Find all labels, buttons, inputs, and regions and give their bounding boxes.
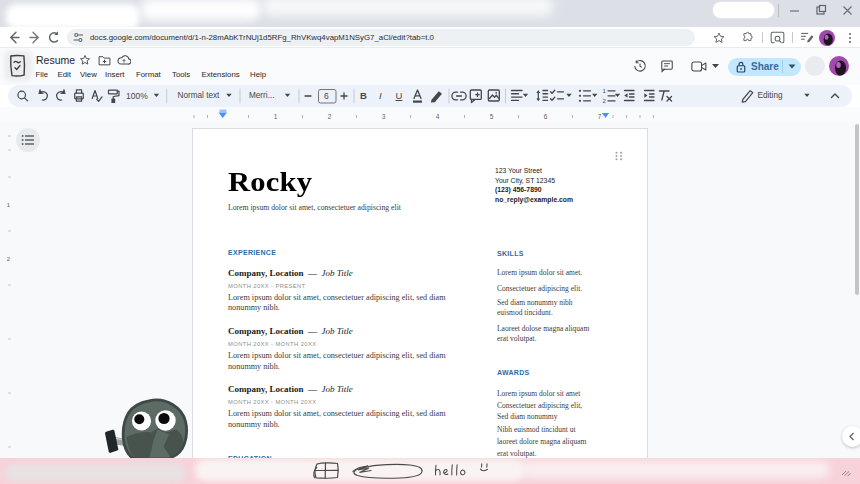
svg-text:1: 1 [603,88,607,94]
svg-text:1: 1 [274,113,278,120]
svg-text:5: 5 [490,113,494,120]
svg-text:1: 1 [7,202,11,208]
svg-text:3: 3 [382,113,386,120]
svg-text:2: 2 [328,113,332,120]
svg-text:4: 4 [436,113,440,120]
svg-text:7: 7 [598,113,602,120]
svg-text:6: 6 [544,113,548,120]
svg-text:2: 2 [603,98,607,104]
svg-text:2: 2 [7,256,11,262]
